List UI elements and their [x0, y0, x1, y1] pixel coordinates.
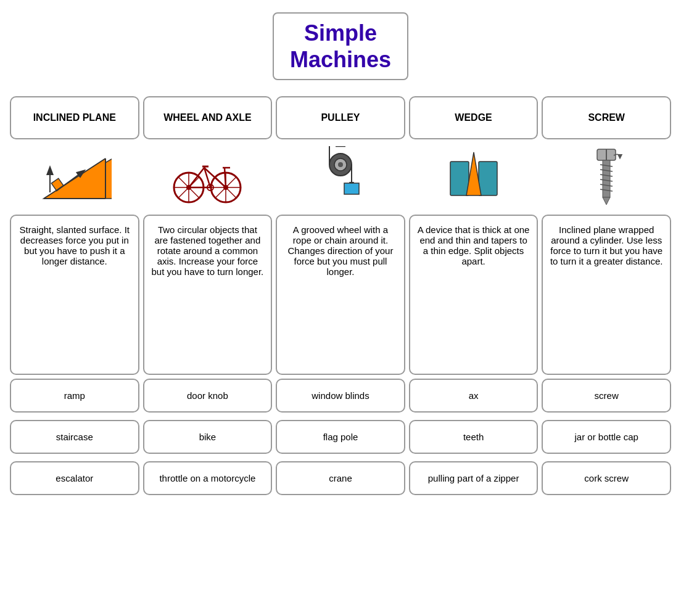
example-inclined-1: staircase	[10, 420, 139, 454]
example-screw-1: jar or bottle cap	[542, 420, 671, 454]
screw-icon	[542, 143, 671, 211]
example-pulley-0: window blinds	[276, 379, 405, 413]
cat-header-wheel-axle: WHEEL AND AXLE	[143, 96, 273, 139]
cat-header-pulley: PULLEY	[276, 96, 405, 139]
svg-line-27	[204, 166, 205, 168]
svg-rect-37	[450, 162, 469, 195]
page-title: Simple Machines	[286, 20, 395, 73]
inclined-plane-icon	[10, 143, 139, 211]
cat-header-wedge: WEDGE	[409, 96, 539, 139]
desc-pulley: A grooved wheel with a rope or chain aro…	[276, 215, 405, 375]
svg-rect-35	[344, 183, 359, 194]
example-wedge-0: ax	[409, 379, 539, 413]
svg-rect-38	[479, 162, 497, 195]
desc-inclined-plane: Straight, slanted surface. It decreases …	[10, 215, 139, 375]
wheel-axle-icon	[143, 143, 273, 211]
svg-point-31	[338, 162, 343, 167]
example-screw-0: screw	[542, 379, 671, 413]
example-wheelaxle-0: door knob	[143, 379, 273, 413]
cat-header-inclined-plane: INCLINED PLANE	[10, 96, 139, 139]
example-screw-2: cork screw	[542, 461, 671, 495]
wedge-icon	[409, 143, 539, 211]
example-wedge-2: pulling part of a zipper	[409, 461, 539, 495]
svg-marker-49	[603, 197, 610, 205]
pulley-icon	[276, 143, 405, 211]
example-wheelaxle-2: throttle on a motorcycle	[143, 461, 273, 495]
svg-line-25	[225, 168, 226, 187]
page-title-box: Simple Machines	[273, 12, 408, 80]
example-inclined-2: escalator	[10, 461, 139, 495]
desc-wedge: A device that is thick at one end and th…	[409, 215, 539, 375]
example-wheelaxle-1: bike	[143, 420, 273, 454]
example-wedge-1: teeth	[409, 420, 539, 454]
example-inclined-0: ramp	[10, 379, 139, 413]
example-pulley-2: crane	[276, 461, 405, 495]
desc-wheel-axle: Two circular objects that are fastened t…	[143, 215, 273, 375]
example-pulley-1: flag pole	[276, 420, 405, 454]
desc-screw: Inclined plane wrapped around a cylinder…	[542, 215, 671, 375]
svg-line-20	[189, 168, 204, 187]
cat-header-screw: SCREW	[542, 96, 671, 139]
